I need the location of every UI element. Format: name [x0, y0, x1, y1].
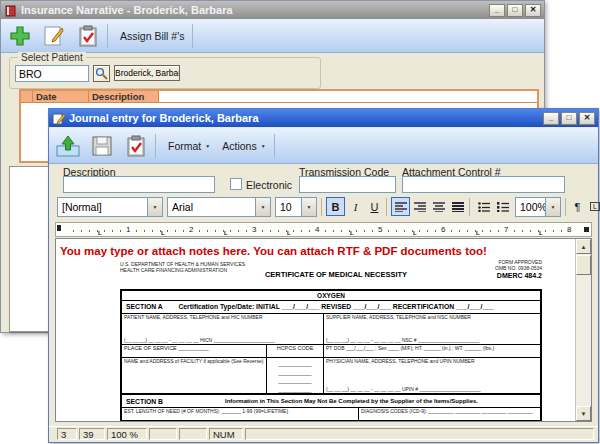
form-category-row: OXYGEN: [122, 291, 540, 301]
patient-supplier-row: PATIENT NAME, ADDRESS, TELEPHONE and HIC…: [122, 314, 540, 345]
font-value: Arial: [168, 201, 255, 213]
editor-note-text: You may type or attach notes here. You c…: [60, 245, 487, 257]
narrative-table-header: DateDescription: [21, 91, 537, 103]
hcpcs-cell: HCPCS CODE: [267, 345, 324, 357]
supplier-label: SUPPLIER NAME, ADDRESS, TELEPHONE and NS…: [326, 315, 538, 321]
selected-patient-badge: Broderick, Barbara: [114, 65, 180, 81]
tab-stop-marker[interactable]: L: [413, 230, 417, 236]
vertical-scrollbar[interactable]: ▲ ▼: [575, 239, 591, 421]
ruler-tick: [419, 230, 420, 232]
toolbar-separator: [192, 24, 193, 48]
chevron-down-icon[interactable]: ▼: [147, 198, 162, 216]
bold-button[interactable]: B: [326, 197, 345, 216]
align-center-button[interactable]: [429, 197, 448, 216]
actions-menu-button[interactable]: Actions ▼: [222, 140, 265, 152]
show-paragraph-marks-button[interactable]: ¶: [568, 197, 587, 216]
status-bar: 339100 %NUM: [49, 426, 598, 441]
close-button[interactable]: ✕: [579, 112, 595, 125]
chevron-down-icon[interactable]: ▼: [255, 198, 270, 216]
ruler-tick: [278, 230, 279, 232]
assign-bill-button[interactable]: Assign Bill #'s: [120, 30, 184, 42]
status-panel-6: [245, 428, 594, 440]
size-value: 10: [276, 201, 301, 213]
paragraph-style-combo[interactable]: [Normal] ▼: [57, 197, 163, 217]
actions-menu-label: Actions: [222, 140, 256, 152]
journal-titlebar[interactable]: Journal entry for Broderick, Barbara _ □…: [49, 109, 598, 127]
hcpcs-blank-line: __________: [269, 362, 321, 368]
format-menu-button[interactable]: Format ▼: [168, 140, 210, 152]
search-icon: [95, 67, 108, 80]
ruler-tick: [286, 230, 287, 232]
edit-narrative-button[interactable]: [39, 22, 69, 50]
close-button[interactable]: ✕: [525, 4, 541, 17]
tab-stop-marker[interactable]: L: [539, 230, 543, 236]
chevron-down-icon[interactable]: ▼: [545, 198, 560, 216]
electronic-checkbox[interactable]: [230, 178, 242, 190]
tab-stop-marker[interactable]: L: [476, 230, 480, 236]
ruler-tick: [490, 230, 491, 232]
section-b-row: SECTION B Information in This Section Ma…: [122, 394, 540, 408]
font-size-combo[interactable]: 10 ▼: [275, 197, 317, 217]
numbered-list-button[interactable]: [493, 197, 512, 216]
minimize-button[interactable]: _: [543, 112, 559, 125]
patient-search-button[interactable]: [93, 65, 110, 82]
font-family-combo[interactable]: Arial ▼: [167, 197, 271, 217]
minimize-button[interactable]: _: [489, 4, 505, 17]
right-indent-marker[interactable]: [584, 227, 589, 232]
tab-stop-marker[interactable]: L: [98, 230, 102, 236]
format-separator: [321, 198, 322, 216]
column-header-date[interactable]: Date: [33, 91, 89, 102]
diagnosis-text: DIAGNOSIS CODES (ICD-9): _________ _____…: [361, 409, 538, 415]
indent-marker[interactable]: [57, 225, 61, 231]
maximize-button[interactable]: □: [507, 4, 523, 17]
underline-button[interactable]: U: [365, 197, 384, 216]
facility-cell: NAME and ADDRESS of FACILITY if applicab…: [122, 358, 267, 393]
physician-phone-line: (__ __ __) __ __ __ - __ __ __ __ UPIN #…: [326, 387, 481, 393]
section-b-label: SECTION B: [122, 398, 163, 405]
ruler-tick: [372, 230, 373, 232]
format-separator: [469, 198, 470, 216]
ruler-tick: [112, 230, 113, 232]
scroll-down-button[interactable]: ▼: [576, 406, 591, 421]
tab-stop-marker[interactable]: L: [350, 230, 354, 236]
scroll-up-button[interactable]: ▲: [576, 239, 591, 254]
scrollbar-thumb[interactable]: [576, 255, 591, 275]
pt-info-cell: PT DOB ___/___/___ ; Sex ____ (M/F); HT.…: [324, 345, 540, 357]
verify-entry-button[interactable]: [121, 132, 151, 160]
tab-stop-marker[interactable]: L: [224, 230, 228, 236]
bullet-list-button[interactable]: [474, 197, 493, 216]
ruler-toggle-button[interactable]: L: [587, 197, 600, 216]
tab-stop-marker[interactable]: L: [161, 230, 165, 236]
chevron-down-icon[interactable]: ▼: [301, 198, 316, 216]
patient-search-input[interactable]: [15, 65, 89, 82]
italic-button[interactable]: I: [346, 197, 365, 216]
maximize-button[interactable]: □: [561, 112, 577, 125]
format-separator: [386, 198, 387, 216]
format-separator: [565, 198, 566, 216]
align-justify-button[interactable]: [448, 197, 467, 216]
transmission-code-input[interactable]: [299, 176, 396, 193]
section-b-text: Information in This Section May Not Be C…: [163, 398, 540, 404]
zoom-combo[interactable]: 100% ▼: [515, 197, 561, 217]
answers-instructions-cell: ANSWER QUESTIONS 1-9. (Circle Y for Yes,…: [212, 421, 540, 422]
rich-text-editor[interactable]: You may type or attach notes here. You c…: [55, 238, 592, 422]
insurance-titlebar[interactable]: Insurance Narrative - Broderick, Barbara…: [1, 1, 544, 19]
description-input[interactable]: [63, 176, 215, 193]
column-header-description[interactable]: Description: [89, 91, 159, 102]
align-left-button[interactable]: [391, 197, 410, 216]
attachment-control-input[interactable]: [402, 176, 565, 193]
ruler[interactable]: 1L2L3L4L5L6L7L8L: [55, 222, 592, 237]
form-title: CERTIFICATE OF MEDICAL NECESSITY: [236, 270, 436, 279]
post-entry-button[interactable]: [53, 132, 83, 160]
tab-stop-marker[interactable]: L: [287, 230, 291, 236]
ruler-tick: [160, 230, 161, 232]
align-right-button[interactable]: [410, 197, 429, 216]
patient-label: PATIENT NAME, ADDRESS, TELEPHONE and HIC…: [124, 315, 321, 321]
form-approved-line2: OMB NO. 0938-0534: [442, 266, 542, 272]
status-panel-5: NUM: [209, 428, 243, 440]
save-button[interactable]: [87, 132, 117, 160]
format-menu-label: Format: [168, 140, 201, 152]
chevron-down-icon: ▼: [261, 143, 266, 149]
verify-narrative-button[interactable]: [73, 22, 103, 50]
add-narrative-button[interactable]: [5, 22, 35, 50]
